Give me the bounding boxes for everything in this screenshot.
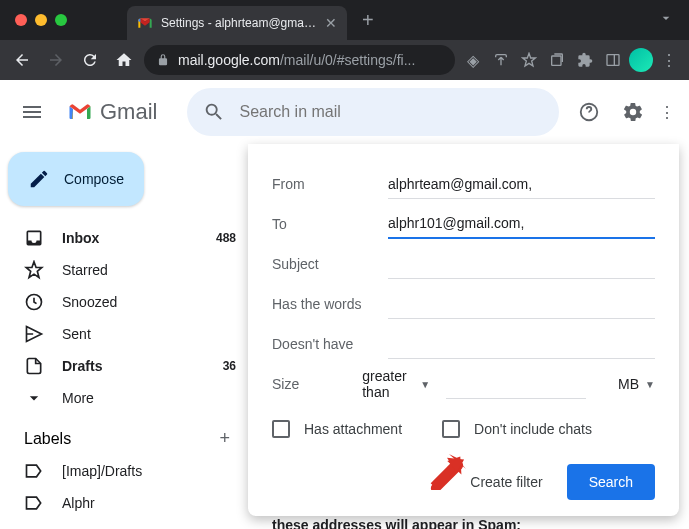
dropdown-icon: ▼ bbox=[420, 379, 430, 390]
sidebar-item-more[interactable]: More bbox=[0, 382, 248, 414]
share-icon[interactable] bbox=[489, 48, 513, 72]
size-label: Size bbox=[272, 376, 346, 392]
sidepanel-icon[interactable] bbox=[601, 48, 625, 72]
dont-include-chats-label: Don't include chats bbox=[474, 421, 592, 437]
doesnthave-input[interactable] bbox=[388, 330, 655, 359]
filter-panel: From To Subject Has the words Doesn't ha… bbox=[248, 144, 679, 516]
haswords-input[interactable] bbox=[388, 290, 655, 319]
lock-icon bbox=[156, 53, 170, 67]
search-button[interactable]: Search bbox=[567, 464, 655, 500]
content-area: these addresses will appear in Spam: Fro… bbox=[248, 144, 689, 529]
browser-toolbar: mail.google.com/mail/u/0/#settings/fi...… bbox=[0, 40, 689, 80]
add-label-button[interactable]: + bbox=[219, 428, 230, 449]
compose-button[interactable]: Compose bbox=[8, 152, 144, 206]
tabs-icon[interactable] bbox=[545, 48, 569, 72]
background-text: these addresses will appear in Spam: bbox=[272, 517, 521, 529]
search-input[interactable] bbox=[239, 103, 543, 121]
nav-label: Sent bbox=[62, 326, 91, 342]
search-icon bbox=[203, 101, 225, 123]
has-attachment-checkbox[interactable]: Has attachment bbox=[272, 420, 402, 438]
subject-label: Subject bbox=[272, 256, 372, 272]
main-content: Compose Inbox 488 Starred Snoozed Sent bbox=[0, 144, 689, 529]
window-maximize-button[interactable] bbox=[55, 14, 67, 26]
help-button[interactable] bbox=[569, 92, 609, 132]
sidebar-item-drafts[interactable]: Drafts 36 bbox=[0, 350, 248, 382]
label-text: [Imap]/Drafts bbox=[62, 463, 142, 479]
to-input[interactable] bbox=[388, 209, 655, 239]
nav-count: 36 bbox=[223, 359, 236, 373]
tab-close-icon[interactable]: ✕ bbox=[325, 15, 337, 31]
checkbox-icon bbox=[442, 420, 460, 438]
label-icon bbox=[24, 493, 44, 513]
browser-tab[interactable]: Settings - alphrteam@gmail.co ✕ bbox=[127, 6, 347, 40]
gmail-header: Gmail ⋮ bbox=[0, 80, 689, 144]
gmail-icon bbox=[66, 98, 94, 126]
extensions-icon[interactable] bbox=[573, 48, 597, 72]
dont-include-chats-checkbox[interactable]: Don't include chats bbox=[442, 420, 592, 438]
dropdown-icon: ▼ bbox=[645, 379, 655, 390]
from-label: From bbox=[272, 176, 372, 192]
nav-label: Starred bbox=[62, 262, 108, 278]
send-icon bbox=[24, 324, 44, 344]
size-comparator-select[interactable]: greater than ▼ bbox=[362, 368, 430, 400]
url-text: mail.google.com/mail/u/0/#settings/fi... bbox=[178, 52, 443, 68]
sidebar-item-sent[interactable]: Sent bbox=[0, 318, 248, 350]
create-filter-button[interactable]: Create filter bbox=[470, 474, 542, 490]
gmail-favicon bbox=[137, 15, 153, 31]
checkbox-icon bbox=[272, 420, 290, 438]
from-input[interactable] bbox=[388, 170, 655, 199]
profile-avatar[interactable] bbox=[629, 48, 653, 72]
apps-button[interactable]: ⋮ bbox=[657, 92, 677, 132]
back-button[interactable] bbox=[8, 46, 36, 74]
labels-header: Labels + bbox=[0, 414, 248, 455]
labels-title: Labels bbox=[24, 430, 71, 448]
extension-icons: ◈ ⋮ bbox=[461, 48, 681, 72]
clock-icon bbox=[24, 292, 44, 312]
nav-label: More bbox=[62, 390, 94, 406]
label-item[interactable]: Alphr bbox=[0, 487, 248, 519]
pencil-icon bbox=[28, 168, 50, 190]
sidebar-item-starred[interactable]: Starred bbox=[0, 254, 248, 286]
inbox-icon bbox=[24, 228, 44, 248]
has-attachment-label: Has attachment bbox=[304, 421, 402, 437]
main-menu-button[interactable] bbox=[8, 88, 56, 136]
gmail-wordmark: Gmail bbox=[100, 99, 157, 125]
nav-label: Snoozed bbox=[62, 294, 117, 310]
star-icon bbox=[24, 260, 44, 280]
label-text: Alphr bbox=[62, 495, 95, 511]
nav-count: 488 bbox=[216, 231, 236, 245]
label-icon bbox=[24, 461, 44, 481]
size-value-input[interactable] bbox=[446, 370, 586, 399]
traffic-lights bbox=[15, 14, 67, 26]
labels-list: [Imap]/Drafts Alphr bbox=[0, 455, 248, 519]
url-bar[interactable]: mail.google.com/mail/u/0/#settings/fi... bbox=[144, 45, 455, 75]
label-item[interactable]: [Imap]/Drafts bbox=[0, 455, 248, 487]
subject-input[interactable] bbox=[388, 250, 655, 279]
sidebar-item-inbox[interactable]: Inbox 488 bbox=[0, 222, 248, 254]
tab-dropdown-icon[interactable] bbox=[658, 10, 674, 30]
haswords-label: Has the words bbox=[272, 296, 372, 312]
forward-button[interactable] bbox=[42, 46, 70, 74]
doesnthave-label: Doesn't have bbox=[272, 336, 372, 352]
eye-icon[interactable]: ◈ bbox=[461, 48, 485, 72]
browser-menu-icon[interactable]: ⋮ bbox=[657, 48, 681, 72]
window-close-button[interactable] bbox=[15, 14, 27, 26]
draft-icon bbox=[24, 356, 44, 376]
sidebar-item-snoozed[interactable]: Snoozed bbox=[0, 286, 248, 318]
home-button[interactable] bbox=[110, 46, 138, 74]
size-unit-select[interactable]: MB ▼ bbox=[618, 376, 655, 392]
chevron-down-icon bbox=[24, 388, 44, 408]
star-icon[interactable] bbox=[517, 48, 541, 72]
tab-bar: Settings - alphrteam@gmail.co ✕ + bbox=[0, 0, 689, 40]
settings-button[interactable] bbox=[613, 92, 653, 132]
window-minimize-button[interactable] bbox=[35, 14, 47, 26]
new-tab-button[interactable]: + bbox=[362, 9, 374, 32]
gmail-logo[interactable]: Gmail bbox=[66, 98, 157, 126]
compose-label: Compose bbox=[64, 171, 124, 187]
nav-list: Inbox 488 Starred Snoozed Sent Drafts 36 bbox=[0, 222, 248, 414]
search-bar[interactable] bbox=[187, 88, 559, 136]
sidebar: Compose Inbox 488 Starred Snoozed Sent bbox=[0, 144, 248, 529]
reload-button[interactable] bbox=[76, 46, 104, 74]
browser-chrome: Settings - alphrteam@gmail.co ✕ + mail.g… bbox=[0, 0, 689, 80]
tab-title: Settings - alphrteam@gmail.co bbox=[161, 16, 317, 30]
